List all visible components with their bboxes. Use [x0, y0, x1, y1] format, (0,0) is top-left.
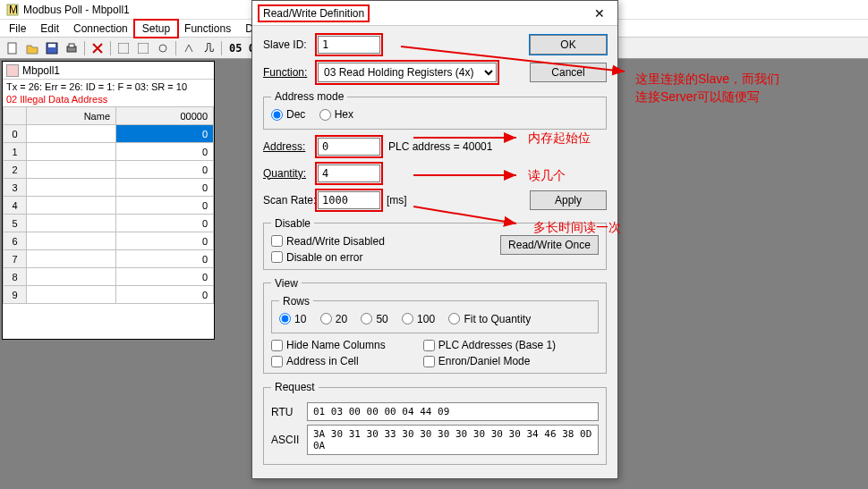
table-row[interactable]: 90: [4, 286, 214, 304]
disable-label: Disable: [271, 217, 314, 230]
dialog-titlebar[interactable]: Read/Write Definition ✕: [252, 1, 617, 26]
address-input[interactable]: [318, 138, 380, 156]
function-label: Function:: [263, 66, 317, 79]
svg-rect-7: [118, 43, 129, 54]
app-icon: M: [5, 3, 20, 17]
rows-20-radio[interactable]: 20: [320, 313, 347, 325]
apply-button[interactable]: Apply: [530, 190, 607, 210]
function-select[interactable]: 03 Read Holding Registers (4x): [318, 63, 497, 82]
open-icon[interactable]: [23, 40, 41, 56]
col-idx[interactable]: [4, 107, 27, 125]
rows-100-radio[interactable]: 100: [402, 313, 435, 325]
data-grid[interactable]: Name 00000 00102030405060708090: [3, 106, 214, 304]
ok-button[interactable]: OK: [530, 35, 607, 55]
scanrate-input[interactable]: [318, 191, 380, 209]
menu-connection[interactable]: Connection: [66, 21, 135, 37]
plc-address-text: PLC address = 40001: [388, 140, 492, 153]
rows-10-radio[interactable]: 10: [279, 313, 306, 325]
disable-group: Disable Read/Write Disabled Disable on e…: [263, 217, 607, 270]
svg-rect-8: [138, 43, 149, 54]
print-icon[interactable]: [63, 40, 81, 56]
table-row[interactable]: 60: [4, 232, 214, 250]
tool-d-icon[interactable]: [180, 40, 198, 56]
svg-rect-4: [48, 44, 55, 47]
ascii-value: 3A 30 31 30 33 30 30 30 30 30 30 30 34 4…: [307, 425, 599, 455]
delete-icon[interactable]: [89, 40, 106, 56]
table-row[interactable]: 70: [4, 250, 214, 268]
addr-cell-check[interactable]: Address in Cell: [271, 355, 386, 367]
slave-id-input[interactable]: [318, 36, 380, 54]
rows-fit-radio[interactable]: Fit to Quantity: [448, 313, 531, 325]
svg-rect-6: [69, 44, 74, 47]
ascii-label: ASCII: [271, 434, 307, 446]
quantity-input[interactable]: [318, 164, 380, 182]
cancel-button[interactable]: Cancel: [530, 63, 607, 82]
plc-base-check[interactable]: PLC Addresses (Base 1): [423, 339, 556, 351]
svg-rect-2: [8, 43, 16, 54]
rows-50-radio[interactable]: 50: [361, 313, 387, 325]
close-icon[interactable]: ✕: [589, 4, 610, 22]
menu-functions[interactable]: Functions: [177, 21, 238, 37]
menu-file[interactable]: File: [2, 21, 33, 37]
disable-on-error-check[interactable]: Disable on error: [271, 251, 385, 264]
slave-id-label: Slave ID:: [263, 38, 317, 51]
rtu-value: 01 03 00 00 00 04 44 09: [307, 402, 599, 421]
rtu-label: RTU: [271, 406, 307, 418]
hex-radio[interactable]: Hex: [319, 108, 353, 121]
table-row[interactable]: 40: [4, 197, 214, 215]
address-mode-group: Address mode Dec Hex: [263, 90, 607, 130]
request-label: Request: [271, 381, 319, 393]
table-row[interactable]: 50: [4, 215, 214, 232]
table-row[interactable]: 20: [4, 161, 214, 179]
dialog-rw-definition: Read/Write Definition ✕ Slave ID: OK Fun…: [251, 0, 618, 479]
table-row[interactable]: 80: [4, 268, 214, 286]
child-titlebar[interactable]: Mbpoll1: [3, 62, 214, 80]
child-window: Mbpoll1 Tx = 26: Err = 26: ID = 1: F = 0…: [2, 61, 215, 340]
new-icon[interactable]: [4, 40, 21, 56]
address-label: Address:: [263, 140, 317, 153]
save-icon[interactable]: [43, 40, 61, 56]
enron-check[interactable]: Enron/Daniel Mode: [423, 355, 556, 367]
hide-name-check[interactable]: Hide Name Columns: [271, 339, 386, 351]
scanrate-unit: [ms]: [387, 194, 407, 207]
col-name[interactable]: Name: [27, 107, 116, 125]
col-val[interactable]: 00000: [116, 107, 214, 125]
table-row[interactable]: 30: [4, 179, 214, 197]
scanrate-label: Scan Rate:: [263, 194, 317, 207]
dialog-title: Read/Write Definition: [260, 6, 368, 21]
tool-c-icon[interactable]: [154, 40, 172, 56]
view-label: View: [271, 277, 302, 290]
dec-radio[interactable]: Dec: [271, 108, 305, 121]
request-group: Request RTU 01 03 00 00 00 04 44 09 ASCI…: [263, 381, 607, 465]
rows-label: Rows: [279, 295, 313, 308]
child-title: Mbpoll1: [22, 64, 60, 77]
tool-a-icon[interactable]: [115, 40, 132, 56]
window-title: Modbus Poll - Mbpoll1: [23, 4, 130, 16]
rw-disabled-check[interactable]: Read/Write Disabled: [271, 235, 385, 248]
quantity-label: Quantity:: [263, 167, 317, 180]
tool-b-icon[interactable]: [134, 40, 152, 56]
view-group: View Rows 10 20 50 100 Fit to Quantity H…: [263, 277, 607, 375]
doc-icon: [6, 64, 19, 77]
tool-e-icon[interactable]: 几: [200, 40, 217, 56]
address-mode-label: Address mode: [271, 90, 347, 103]
table-row[interactable]: 00: [4, 125, 214, 143]
rw-once-button[interactable]: Read/Write Once: [500, 235, 599, 255]
menu-setup[interactable]: Setup: [135, 21, 177, 37]
svg-text:M: M: [9, 4, 18, 16]
table-row[interactable]: 10: [4, 143, 214, 161]
status-line: Tx = 26: Err = 26: ID = 1: F = 03: SR = …: [3, 80, 214, 94]
error-line: 02 Illegal Data Address: [3, 94, 214, 106]
svg-point-9: [159, 45, 166, 52]
menu-edit[interactable]: Edit: [33, 21, 66, 37]
